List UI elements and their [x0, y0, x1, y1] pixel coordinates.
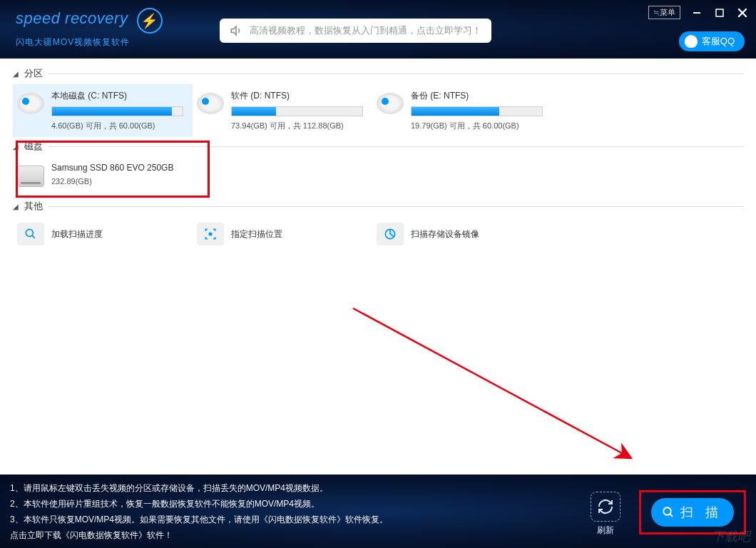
minimize-button[interactable]: [690, 6, 703, 19]
section-disks-header[interactable]: ◢ 磁盘: [13, 140, 743, 153]
tips-list: 1、请用鼠标左键双击丢失视频的分区或存储设备，扫描丢失的MOV/MP4视频数据。…: [10, 480, 388, 543]
drive-icon: [197, 93, 224, 114]
logo: speed recovery ⚡ 闪电大疆MOV视频恢复软件: [16, 8, 163, 49]
drive-stats: 73.94(GB) 可用，共 112.88(GB): [231, 121, 367, 131]
disk-card[interactable]: Samsung SSD 860 EVO 250GB 232.89(GB): [13, 157, 193, 193]
qq-label: 客服QQ: [702, 35, 735, 48]
drive-title: 本地磁盘 (C: NTFS): [51, 90, 187, 102]
drive-stats: 19.79(GB) 可用，共 60.00(GB): [411, 121, 546, 131]
scan-button[interactable]: 扫 描: [651, 498, 734, 527]
refresh-icon: [591, 492, 620, 522]
drive-stats: 4.60(GB) 可用，共 60.00(GB): [51, 121, 187, 131]
refresh-label: 刷新: [591, 524, 620, 537]
section-title: 其他: [24, 200, 43, 213]
other-label: 指定扫描位置: [231, 228, 282, 240]
logo-text: speed recovery: [16, 9, 128, 27]
collapse-icon: ◢: [13, 143, 19, 151]
disks-row: Samsung SSD 860 EVO 250GB 232.89(GB): [13, 157, 743, 193]
scan-label: 扫 描: [680, 504, 722, 521]
svg-point-6: [209, 233, 211, 235]
magnify-icon: [17, 223, 44, 245]
pie-icon: [377, 223, 404, 245]
other-label: 加载扫描进度: [51, 228, 103, 240]
search-icon: [662, 506, 675, 519]
qq-icon: [685, 35, 698, 48]
tip-line: 2、本软件使用碎片重组技术，恢复一般数据恢复软件不能恢复的MOV/MP4视频。: [10, 496, 388, 512]
svg-line-5: [32, 235, 35, 238]
section-title: 分区: [24, 67, 43, 80]
partition-card[interactable]: 软件 (D: NTFS) 73.94(GB) 可用，共 112.88(GB): [193, 84, 372, 137]
target-icon: [197, 223, 224, 245]
tutorial-text: 高清视频教程，数据恢复从入门到精通，点击立即学习！: [250, 24, 481, 37]
usage-bar: [51, 106, 183, 116]
section-title: 磁盘: [24, 140, 43, 153]
svg-rect-1: [716, 9, 723, 16]
collapse-icon: ◢: [13, 70, 19, 78]
drive-icon: [377, 93, 404, 114]
svg-line-10: [670, 514, 673, 517]
svg-line-8: [353, 308, 631, 458]
other-label: 扫描存储设备镜像: [411, 228, 479, 240]
drive-title: 备份 (E: NTFS): [411, 90, 546, 102]
drive-icon: [17, 93, 44, 114]
tutorial-banner[interactable]: 高清视频教程，数据恢复从入门到精通，点击立即学习！: [220, 19, 491, 43]
drive-title: 软件 (D: NTFS): [231, 90, 367, 102]
others-row: 加载扫描进度 指定扫描位置 扫描存储设备镜像: [13, 217, 743, 251]
maximize-button[interactable]: [713, 6, 726, 19]
logo-subtitle: 闪电大疆MOV视频恢复软件: [16, 36, 163, 49]
partitions-row: 本地磁盘 (C: NTFS) 4.60(GB) 可用，共 60.00(GB) 软…: [13, 84, 743, 137]
svg-point-9: [664, 507, 672, 515]
tip-line: 1、请用鼠标左键双击丢失视频的分区或存储设备，扫描丢失的MOV/MP4视频数据。: [10, 480, 388, 496]
disk-title: Samsung SSD 860 EVO 250GB: [51, 163, 187, 173]
other-action[interactable]: 加载扫描进度: [13, 217, 193, 251]
close-button[interactable]: [736, 6, 749, 19]
disk-size: 232.89(GB): [51, 177, 187, 186]
bolt-icon: ⚡: [137, 8, 163, 34]
section-others-header[interactable]: ◢ 其他: [13, 200, 743, 213]
app-header: speed recovery ⚡ 闪电大疆MOV视频恢复软件 高清视频教程，数据…: [0, 0, 756, 59]
watermark: 下载吧: [712, 528, 750, 545]
partition-card[interactable]: 本地磁盘 (C: NTFS) 4.60(GB) 可用，共 60.00(GB): [13, 84, 193, 137]
refresh-button[interactable]: 刷新: [591, 492, 620, 537]
section-partitions-header[interactable]: ◢ 分区: [13, 67, 743, 80]
collapse-icon: ◢: [13, 203, 19, 210]
main-content: ◢ 分区 本地磁盘 (C: NTFS) 4.60(GB) 可用，共 60.00(…: [0, 59, 756, 475]
other-action[interactable]: 扫描存储设备镜像: [372, 217, 552, 251]
menu-button[interactable]: ≒菜单: [648, 6, 680, 19]
usage-bar: [411, 106, 543, 116]
partition-card[interactable]: 备份 (E: NTFS) 19.79(GB) 可用，共 60.00(GB): [372, 84, 552, 137]
disk-icon: [17, 166, 44, 187]
speaker-icon: [230, 24, 242, 37]
tip-line: 点击立即下载《闪电数据恢复软件》软件！: [10, 527, 388, 543]
svg-point-4: [26, 229, 33, 236]
app-footer: 1、请用鼠标左键双击丢失视频的分区或存储设备，扫描丢失的MOV/MP4视频数据。…: [0, 475, 756, 548]
window-controls: ≒菜单: [648, 6, 749, 19]
other-action[interactable]: 指定扫描位置: [193, 217, 372, 251]
usage-bar: [231, 106, 363, 116]
customer-service-button[interactable]: 客服QQ: [679, 31, 745, 51]
tip-line: 3、本软件只恢复MOV/MP4视频。如果需要恢复其他文件，请使用《闪电数据恢复软…: [10, 512, 388, 527]
